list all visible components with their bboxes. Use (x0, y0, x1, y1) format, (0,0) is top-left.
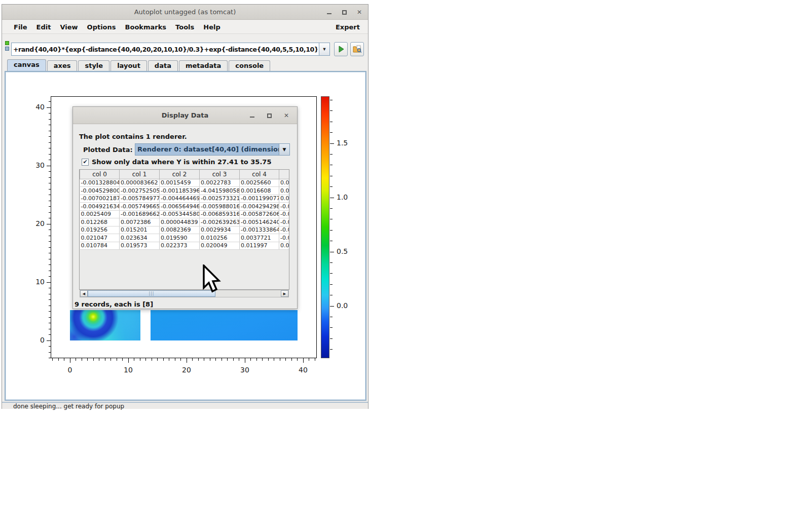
x-axis-tick-label: 30 (235, 366, 255, 374)
table-row[interactable]: 0.0192560.0152010.00823690.0029934-0.001… (80, 226, 290, 234)
column-header[interactable]: col 3 (200, 170, 240, 179)
window-title: Autoplot untagged (as tomcat) (2, 8, 368, 16)
scrollbar-thumb[interactable]: ||| (88, 290, 215, 297)
dialog-minimize-icon[interactable] (248, 112, 255, 119)
colorbar-tick (330, 349, 333, 350)
colorbar-tick (330, 122, 333, 122)
tab-style[interactable]: style (78, 60, 109, 71)
y-axis-tick-label: 30 (27, 161, 45, 169)
menu-help[interactable]: Help (199, 21, 225, 33)
table-cell: -0.0 (279, 203, 290, 211)
x-axis-tick (187, 358, 187, 363)
maximize-icon[interactable] (341, 9, 348, 16)
table-cell: 0.020049 (200, 242, 240, 250)
combo-dropdown-icon[interactable]: ▼ (279, 144, 289, 155)
dialog-titlebar[interactable]: Display Data ✕ (73, 107, 297, 124)
x-axis-tick (52, 358, 53, 361)
table-cell: -0.002639263... (200, 218, 240, 226)
table-cell: 0.021047 (80, 234, 120, 242)
uri-input[interactable] (12, 43, 319, 55)
tab-console[interactable]: console (229, 60, 270, 71)
table-cell: -0.005784977... (120, 195, 160, 203)
filter-checkbox[interactable]: ✔ (82, 159, 89, 166)
menu-tools[interactable]: Tools (171, 21, 199, 33)
y-axis-tick (49, 148, 51, 148)
table-row[interactable]: -0.004921634...-0.005749665...-0.0065649… (80, 203, 290, 211)
colorbar-tick (330, 100, 333, 100)
column-header[interactable] (279, 170, 290, 179)
y-axis-tick (49, 306, 51, 306)
uri-dropdown-icon[interactable]: ▼ (319, 43, 329, 55)
table-cell: -0.005344580... (160, 210, 200, 218)
window-titlebar[interactable]: Autoplot untagged (as tomcat) ✕ (2, 5, 368, 20)
colorbar-tick (330, 219, 333, 219)
table-cell: -0.0 (279, 234, 290, 242)
display-data-dialog: Display Data ✕ The plot contains 1 rende… (72, 106, 298, 309)
y-axis-tick (49, 334, 51, 335)
y-axis-tick (49, 212, 51, 213)
table-cell: -0.001333864... (240, 226, 279, 234)
dialog-close-icon[interactable]: ✕ (283, 112, 290, 119)
table-cell: -0.0 (279, 210, 290, 218)
x-axis-tick (192, 358, 193, 361)
y-axis-tick (49, 195, 51, 195)
tab-axes[interactable]: axes (47, 60, 78, 71)
data-table-scrollpane[interactable]: col 0col 1col 2col 3col 4 -0.001328804..… (79, 169, 289, 290)
go-button[interactable] (334, 42, 348, 56)
colorbar-tick (330, 317, 333, 317)
inspect-file-button[interactable] (350, 42, 364, 56)
x-axis-tick (215, 358, 216, 361)
tab-metadata[interactable]: metadata (179, 60, 228, 71)
menu-edit[interactable]: Edit (32, 21, 56, 33)
tab-data[interactable]: data (148, 60, 178, 71)
table-row[interactable]: -0.004529800...-0.002752505...-0.0011853… (80, 187, 290, 195)
column-header[interactable]: col 1 (120, 170, 160, 179)
table-cell: -0.001199077... (240, 195, 279, 203)
menubar: FileEditViewOptionsBookmarksToolsHelp Ex… (2, 20, 368, 34)
x-axis-tick (99, 358, 99, 361)
close-icon[interactable]: ✕ (356, 9, 363, 16)
table-cell: 0.011997 (240, 242, 279, 250)
records-summary: 9 records, each is [8] (75, 300, 153, 308)
y-axis-tick (49, 352, 51, 353)
tab-canvas[interactable]: canvas (7, 59, 46, 71)
table-cell: -0.005146240... (240, 218, 279, 226)
menu-file[interactable]: File (9, 21, 32, 33)
colorbar-tick (330, 132, 333, 133)
x-axis-tick (180, 358, 181, 361)
table-cell: 0.019573 (120, 242, 160, 250)
menu-view[interactable]: View (55, 21, 82, 33)
horizontal-scrollbar[interactable]: ◀ ||| ▶ (80, 290, 289, 297)
table-row[interactable]: 0.0122680.00723860.000044839-0.002639263… (80, 218, 290, 226)
scrollbar-track[interactable]: ||| (88, 290, 281, 297)
x-axis-tick (315, 358, 315, 361)
table-cell: -0.001328804... (80, 179, 120, 187)
table-cell: -0.007002187... (80, 195, 120, 203)
table-row[interactable]: 0.0025409-0.001689662...-0.005344580...-… (80, 210, 290, 218)
table-row[interactable]: 0.0210470.0236340.0195900.0102560.003772… (80, 234, 290, 242)
table-row[interactable]: -0.001328804...0.0000836620.00154590.002… (80, 179, 290, 187)
column-header[interactable]: col 4 (240, 170, 279, 179)
plotted-data-select[interactable]: Renderer 0: dataset[40,40] (dimension...… (135, 143, 290, 156)
y-axis-tick (49, 323, 51, 323)
menu-expert[interactable]: Expert (335, 21, 361, 33)
table-row[interactable]: 0.0107840.0195730.0223730.0200490.011997… (80, 242, 290, 250)
menu-options[interactable]: Options (83, 21, 121, 33)
table-cell: -0.004921634... (80, 203, 120, 211)
tab-layout[interactable]: layout (110, 60, 147, 71)
menu-bookmarks[interactable]: Bookmarks (121, 21, 171, 33)
table-row[interactable]: -0.007002187...-0.005784977...-0.0044644… (80, 195, 290, 203)
y-axis-tick (49, 346, 51, 347)
table-cell: 0.022373 (160, 242, 200, 250)
scroll-left-icon[interactable]: ◀ (80, 290, 88, 297)
x-axis-tick-label: 0 (60, 366, 80, 374)
y-axis-tick (49, 288, 51, 288)
table-cell: 0.019590 (160, 234, 200, 242)
minimize-icon[interactable] (325, 9, 333, 16)
column-header[interactable]: col 2 (160, 170, 200, 179)
data-table: col 0col 1col 2col 3col 4 -0.001328804..… (80, 170, 289, 250)
scroll-right-icon[interactable]: ▶ (281, 290, 288, 297)
dialog-maximize-icon[interactable] (266, 112, 273, 119)
x-axis-tick (239, 358, 239, 361)
column-header[interactable]: col 0 (80, 170, 120, 179)
